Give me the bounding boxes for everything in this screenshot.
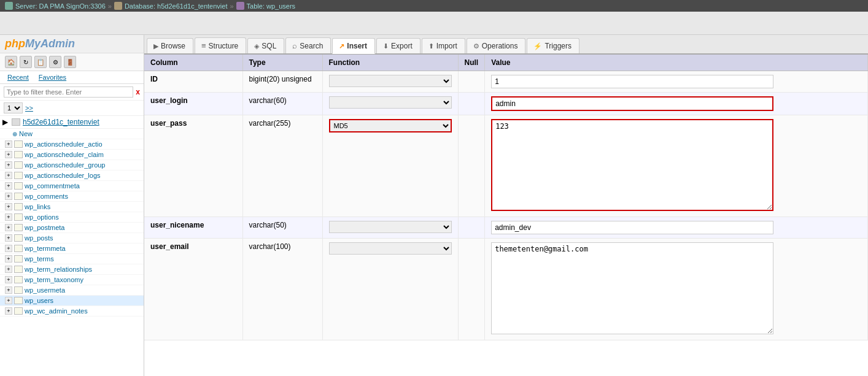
tab-sql[interactable]: SQL <box>247 38 284 53</box>
function-select-user_nicename[interactable] <box>329 221 452 233</box>
table-name-wp_commentmeta[interactable]: wp_commentmeta <box>25 182 80 190</box>
toggle-icon[interactable]: + <box>5 193 12 200</box>
table-name-wp_terms[interactable]: wp_terms <box>25 255 54 263</box>
value-input-ID[interactable] <box>491 75 773 88</box>
toggle-icon[interactable]: + <box>5 297 12 304</box>
table-name-wp_term_relationships[interactable]: wp_term_relationships <box>25 266 92 273</box>
table-name-wp_actionscheduler_logs[interactable]: wp_actionscheduler_logs <box>25 172 101 179</box>
cell-null-user_email[interactable] <box>458 239 485 340</box>
nav-arrows[interactable]: >> <box>25 104 33 112</box>
table-item-wp_actionscheduler_actio[interactable]: + wp_actionscheduler_actio <box>0 139 144 150</box>
tab-triggers[interactable]: Triggers <box>527 38 579 53</box>
table-name-wp_actionscheduler_actio[interactable]: wp_actionscheduler_actio <box>25 140 103 148</box>
cell-function-user_pass[interactable]: MD5 <box>322 115 458 217</box>
toggle-icon[interactable]: + <box>5 286 12 294</box>
table-item-wp_users[interactable]: + wp_users <box>0 296 144 306</box>
table-item-wp_actionscheduler_group[interactable]: + wp_actionscheduler_group <box>0 160 144 171</box>
cell-null-user_pass[interactable] <box>458 115 485 217</box>
table-item-wp_termmeta[interactable]: + wp_termmeta <box>0 244 144 254</box>
home-icon-btn[interactable]: 🏠 <box>5 56 17 68</box>
breadcrumb-database[interactable]: Database: h5d2e61d1c_tentenviet <box>125 2 228 10</box>
toggle-icon[interactable]: + <box>5 213 12 221</box>
new-item[interactable]: ⊕ New <box>0 129 144 139</box>
page-select[interactable]: 1 <box>4 102 23 113</box>
toggle-icon[interactable]: + <box>5 203 12 210</box>
cell-function-ID[interactable] <box>322 71 458 93</box>
toggle-icon[interactable]: + <box>5 234 12 242</box>
table-name-wp_actionscheduler_group[interactable]: wp_actionscheduler_group <box>25 161 105 169</box>
tab-import[interactable]: Import <box>422 38 465 53</box>
tab-structure[interactable]: Structure <box>195 37 246 53</box>
function-select-user_login[interactable] <box>329 96 452 109</box>
toggle-icon[interactable]: + <box>5 255 12 263</box>
function-select-user_pass[interactable]: MD5 <box>329 119 452 132</box>
table-name-wp_users[interactable]: wp_users <box>25 297 53 304</box>
table-item-wp_actionscheduler_claim[interactable]: + wp_actionscheduler_claim <box>0 150 144 160</box>
table-item-wp_term_taxonomy[interactable]: + wp_term_taxonomy <box>0 275 144 285</box>
cell-function-user_email[interactable] <box>322 239 458 340</box>
value-input-user_nicename[interactable] <box>491 221 773 234</box>
table-item-wp_terms[interactable]: + wp_terms <box>0 254 144 264</box>
breadcrumb-server[interactable]: Server: DA PMA SignOn:3306 <box>15 2 106 10</box>
table-item-wp_comments[interactable]: + wp_comments <box>0 191 144 202</box>
recent-tab[interactable]: Recent <box>2 71 34 83</box>
table-item-wp_posts[interactable]: + wp_posts <box>0 233 144 244</box>
table-name-wp_usermeta[interactable]: wp_usermeta <box>25 286 65 294</box>
toggle-icon[interactable]: + <box>5 245 12 252</box>
cell-value-user_pass[interactable] <box>485 115 868 217</box>
table-name-wp_links[interactable]: wp_links <box>25 203 50 210</box>
table-name-wp_posts[interactable]: wp_posts <box>25 234 53 242</box>
table-name-wp_options[interactable]: wp_options <box>25 213 59 221</box>
favorites-tab[interactable]: Favorites <box>34 71 71 83</box>
cell-function-user_login[interactable] <box>322 93 458 115</box>
tab-browse[interactable]: Browse <box>147 38 193 53</box>
table-name-wp_term_taxonomy[interactable]: wp_term_taxonomy <box>25 276 83 283</box>
cell-null-user_nicename[interactable] <box>458 217 485 239</box>
function-select-ID[interactable] <box>329 75 452 87</box>
value-textarea-user_email[interactable] <box>491 242 773 334</box>
function-select-user_email[interactable] <box>329 242 452 255</box>
table-name-wp_actionscheduler_claim[interactable]: wp_actionscheduler_claim <box>25 151 104 158</box>
toggle-icon[interactable]: + <box>5 224 12 231</box>
cell-value-user_email[interactable] <box>485 239 868 340</box>
table-name-wp_wc_admin_notes[interactable]: wp_wc_admin_notes <box>25 307 88 315</box>
filter-input[interactable] <box>4 86 133 98</box>
table-item-wp_actionscheduler_logs[interactable]: + wp_actionscheduler_logs <box>0 171 144 181</box>
db-name-link[interactable]: h5d2e61d1c_tentenviet <box>23 118 99 126</box>
table-name-wp_comments[interactable]: wp_comments <box>25 193 68 200</box>
settings-icon-btn[interactable]: ⚙ <box>49 56 61 68</box>
cell-null-ID[interactable] <box>458 71 485 93</box>
table-name-wp_termmeta[interactable]: wp_termmeta <box>25 245 66 252</box>
exit-icon-btn[interactable]: 🚪 <box>64 56 76 68</box>
toggle-icon[interactable]: + <box>5 276 12 283</box>
table-item-wp_wc_admin_notes[interactable]: + wp_wc_admin_notes <box>0 306 144 317</box>
config-icon-btn[interactable]: 📋 <box>34 56 47 68</box>
table-name-wp_postmeta[interactable]: wp_postmeta <box>25 224 64 231</box>
table-item-wp_commentmeta[interactable]: + wp_commentmeta <box>0 181 144 191</box>
cell-value-ID[interactable] <box>485 71 868 93</box>
table-item-wp_options[interactable]: + wp_options <box>0 212 144 223</box>
value-input-user_login[interactable] <box>491 96 773 111</box>
table-item-wp_postmeta[interactable]: + wp_postmeta <box>0 223 144 233</box>
toggle-icon[interactable]: + <box>5 172 12 179</box>
table-item-wp_links[interactable]: + wp_links <box>0 202 144 212</box>
toggle-icon[interactable]: + <box>5 266 12 273</box>
toggle-icon[interactable]: + <box>5 151 12 158</box>
cell-value-user_nicename[interactable] <box>485 217 868 239</box>
refresh-icon-btn[interactable]: ↻ <box>20 56 32 68</box>
toggle-icon[interactable]: + <box>5 307 12 315</box>
toggle-icon[interactable]: + <box>5 161 12 169</box>
table-item-wp_term_relationships[interactable]: + wp_term_relationships <box>0 264 144 275</box>
cell-value-user_login[interactable] <box>485 93 868 115</box>
tab-operations[interactable]: Operations <box>467 38 526 53</box>
cell-null-user_login[interactable] <box>458 93 485 115</box>
tab-export[interactable]: Export <box>376 38 420 53</box>
table-item-wp_usermeta[interactable]: + wp_usermeta <box>0 285 144 296</box>
toggle-icon[interactable]: + <box>5 140 12 148</box>
cell-function-user_nicename[interactable] <box>322 217 458 239</box>
toggle-icon[interactable]: + <box>5 182 12 190</box>
tab-insert[interactable]: Insert <box>332 38 375 54</box>
value-textarea-user_pass[interactable] <box>491 119 773 211</box>
filter-clear-button[interactable]: x <box>136 88 140 96</box>
breadcrumb-table[interactable]: Table: wp_users <box>247 2 296 10</box>
